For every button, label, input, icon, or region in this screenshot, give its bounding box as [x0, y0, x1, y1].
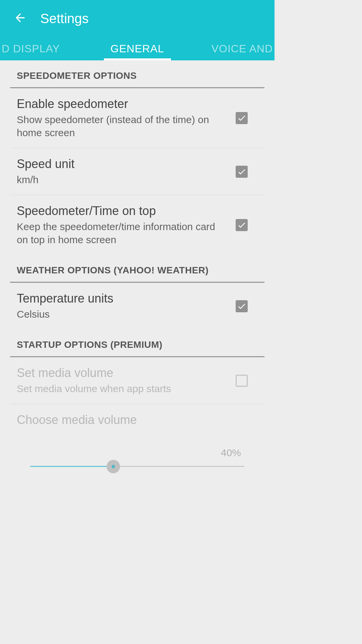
- setting-text: Speed unit km/h: [17, 157, 236, 186]
- setting-text: Speedometer/Time on top Keep the speedom…: [17, 204, 236, 246]
- tab-general[interactable]: GENERAL: [104, 43, 171, 55]
- slider-track: [30, 466, 244, 467]
- setting-enable-speedometer[interactable]: Enable speedometer Show speedometer (ins…: [10, 88, 264, 148]
- section-header-speedometer: SPEEDOMETER OPTIONS: [10, 60, 264, 88]
- page-title: Settings: [40, 11, 89, 26]
- setting-text: Temperature units Celsius: [17, 291, 236, 321]
- setting-subtitle: km/h: [17, 173, 226, 186]
- setting-subtitle: Show speedometer (instead of the time) o…: [17, 113, 226, 139]
- section-header-weather: WEATHER OPTIONS (YAHOO! WEATHER): [10, 255, 264, 283]
- check-icon: [237, 302, 246, 311]
- setting-temperature-units[interactable]: Temperature units Celsius: [10, 283, 264, 329]
- setting-subtitle: Keep the speedometer/time information ca…: [17, 220, 226, 246]
- setting-speedometer-ontop[interactable]: Speedometer/Time on top Keep the speedom…: [10, 195, 264, 255]
- tab-indicator: [104, 58, 171, 60]
- slider-thumb-inner: [112, 465, 115, 468]
- setting-set-media-volume[interactable]: Set media volume Set media volume when a…: [10, 357, 264, 404]
- tab-bar: D DISPLAY GENERAL VOICE AND: [0, 37, 275, 60]
- setting-title: Temperature units: [17, 291, 226, 306]
- setting-text: Set media volume Set media volume when a…: [17, 366, 236, 395]
- volume-slider[interactable]: [17, 463, 258, 470]
- slider-thumb[interactable]: [107, 460, 120, 473]
- back-button[interactable]: [13, 11, 27, 26]
- setting-title: Speedometer/Time on top: [17, 204, 226, 218]
- setting-title: Enable speedometer: [17, 97, 226, 111]
- check-icon: [237, 167, 246, 176]
- settings-content: SPEEDOMETER OPTIONS Enable speedometer S…: [0, 60, 275, 470]
- slider-fill: [30, 466, 116, 467]
- checkbox-speed-unit[interactable]: [236, 166, 248, 178]
- setting-title: Speed unit: [17, 157, 226, 171]
- app-header: Settings: [0, 0, 275, 37]
- checkbox-set-media-volume[interactable]: [236, 375, 248, 387]
- setting-title: Choose media volume: [17, 413, 258, 427]
- setting-text: Enable speedometer Show speedometer (ins…: [17, 97, 236, 139]
- check-icon: [237, 113, 246, 123]
- tab-display[interactable]: D DISPLAY: [0, 43, 67, 55]
- checkbox-temperature-units[interactable]: [236, 300, 248, 312]
- setting-title: Set media volume: [17, 366, 226, 380]
- volume-percent-label: 40%: [17, 447, 258, 459]
- section-header-startup: STARTUP OPTIONS (PREMIUM): [10, 329, 264, 357]
- setting-choose-media-volume: Choose media volume 40%: [10, 404, 264, 470]
- checkbox-enable-speedometer[interactable]: [236, 112, 248, 124]
- tab-voice[interactable]: VOICE AND: [205, 43, 275, 55]
- check-icon: [237, 220, 246, 230]
- setting-speed-unit[interactable]: Speed unit km/h: [10, 148, 264, 195]
- back-arrow-icon: [13, 11, 27, 24]
- checkbox-speedometer-ontop[interactable]: [236, 219, 248, 231]
- setting-subtitle: Celsius: [17, 308, 226, 321]
- setting-subtitle: Set media volume when app starts: [17, 382, 226, 395]
